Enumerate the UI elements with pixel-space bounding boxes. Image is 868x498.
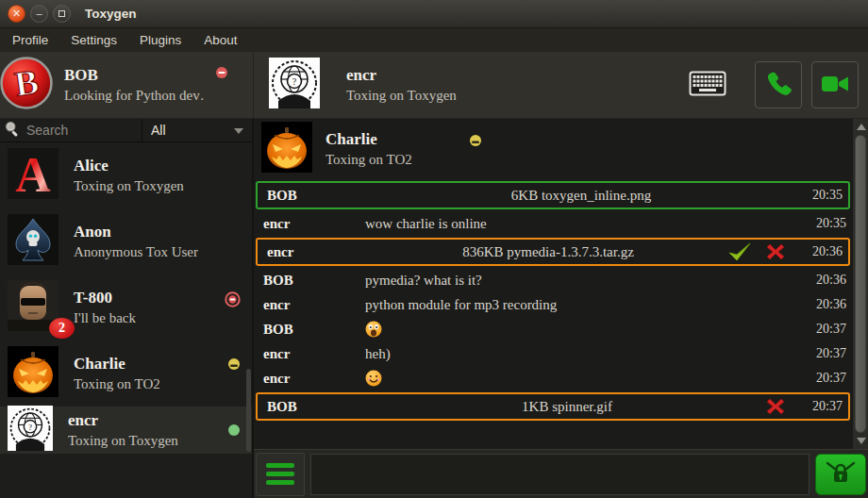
- search-input[interactable]: [25, 122, 130, 139]
- message-body: 1KB spinner.gif: [369, 399, 765, 415]
- menu-about[interactable]: About: [204, 33, 237, 47]
- busy-status-icon: [215, 66, 228, 83]
- contact-status-message: Toxing on Toxygen: [68, 433, 178, 449]
- decline-file-button[interactable]: [765, 397, 786, 416]
- screen-keyboard-button[interactable]: [689, 71, 726, 99]
- message-body: python module for mp3 recording: [365, 297, 797, 313]
- self-status-message: Looking for Python dev…: [64, 88, 206, 104]
- cross-icon: [765, 397, 786, 416]
- menu-settings[interactable]: Settings: [71, 33, 117, 47]
- close-window-icon[interactable]: ✕: [8, 5, 25, 23]
- message-sender: encr: [263, 346, 365, 362]
- chat-peer-avatar: [261, 122, 312, 176]
- search-box: [0, 119, 142, 141]
- contact-status-message: I'll be back: [74, 310, 136, 326]
- message-input[interactable]: [310, 454, 810, 495]
- away-status-icon: [469, 134, 482, 151]
- chat-menu-button[interactable]: [256, 453, 305, 496]
- chat-peer-status-message: Toxing on TO2: [326, 152, 412, 168]
- file-transfer-row[interactable]: BOB 1KB spinner.gif 20:37: [256, 392, 850, 421]
- contact-row-encr[interactable]: ? encr Toxing on Toxygen: [0, 407, 252, 454]
- contact-row-charlie[interactable]: Charlie Toxing on TO2: [0, 340, 252, 407]
- smiling-face-icon: [365, 370, 382, 387]
- message-row: BOB pymedia? what is it? 20:36: [254, 268, 852, 292]
- contact-avatar: [8, 346, 58, 401]
- chat-scrollbar-thumb[interactable]: [855, 135, 866, 433]
- decline-file-button[interactable]: [765, 242, 786, 261]
- send-message-button[interactable]: [815, 454, 866, 495]
- message-sender: encr: [263, 371, 365, 387]
- message-row: encr wow charlie is online 20:35: [254, 211, 852, 236]
- cross-icon: [765, 242, 786, 261]
- menu-plugins[interactable]: Plugins: [140, 33, 181, 47]
- scroll-up-icon[interactable]: [857, 124, 866, 130]
- accept-file-button[interactable]: [727, 241, 752, 262]
- keyboard-icon: [689, 85, 726, 99]
- video-call-button[interactable]: [811, 61, 859, 108]
- chevron-down-icon: [234, 128, 243, 134]
- file-transfer-row[interactable]: BOB 6KB toxygen_inline.png 20:35: [256, 181, 850, 209]
- window-title: Toxygen: [85, 7, 137, 21]
- minimize-window-icon[interactable]: –: [30, 5, 48, 23]
- search-icon: [4, 120, 21, 141]
- message-time: 20:36: [803, 244, 843, 259]
- contact-name: encr: [68, 411, 178, 430]
- contact-row-anon[interactable]: Anon Anonymous Tox User: [0, 208, 252, 274]
- maximize-window-icon[interactable]: [53, 5, 71, 23]
- away-status-icon: [227, 357, 241, 374]
- contact-row-t-800[interactable]: T-800 I'll be back 2: [0, 274, 252, 340]
- chat-area: Charlie Toxing on TO2 BOB 6KB toxygen_in…: [254, 119, 868, 498]
- message-row: encr python module for mp3 recording 20:…: [254, 292, 852, 317]
- message-body: wow charlie is online: [365, 216, 797, 232]
- contact-filter-dropdown[interactable]: All: [142, 119, 252, 141]
- svg-text:?: ?: [292, 76, 297, 87]
- video-camera-icon: [821, 73, 849, 98]
- message-row: encr 20:37: [254, 366, 852, 390]
- self-profile[interactable]: B BOB Looking for Python dev…: [0, 52, 254, 118]
- message-body: [365, 321, 797, 338]
- contact-row-alice[interactable]: A Alice Toxing on Toxygen: [0, 142, 252, 208]
- menu-bar: Profile Settings Plugins About: [0, 28, 868, 52]
- check-icon: [727, 241, 752, 262]
- contact-avatar: A: [8, 148, 58, 203]
- chat-peer-header[interactable]: Charlie Toxing on TO2: [254, 121, 852, 177]
- contact-name: Anon: [74, 223, 198, 241]
- message-row: encr heh) 20:37: [254, 341, 852, 366]
- online-status-icon: [227, 423, 241, 440]
- busy-status-icon: [225, 291, 241, 311]
- message-row: BOB 20:37: [254, 317, 852, 341]
- contact-avatar: [8, 214, 58, 269]
- scared-face-icon: [365, 321, 382, 338]
- contacts-sidebar: All A Alice Toxing on Toxygen Anon Anony…: [0, 119, 254, 498]
- message-time: 20:35: [803, 188, 843, 203]
- contact-status-message: Toxing on Toxygen: [74, 178, 184, 194]
- audio-call-button[interactable]: [755, 61, 802, 108]
- chat-scrollbar[interactable]: [852, 119, 868, 449]
- scroll-down-icon[interactable]: [857, 438, 866, 444]
- contact-status-message: Toxing on TO2: [74, 376, 160, 392]
- self-avatar[interactable]: B: [0, 57, 53, 113]
- menu-profile[interactable]: Profile: [12, 33, 48, 47]
- active-contact-avatar: ?: [269, 58, 320, 112]
- hamburger-menu-icon: [266, 472, 294, 476]
- message-time: 20:36: [807, 273, 846, 288]
- contact-avatar: ?: [8, 406, 53, 455]
- message-time: 20:37: [807, 322, 846, 337]
- contact-name: Alice: [74, 157, 184, 175]
- self-name: BOB: [64, 66, 206, 85]
- contact-list: A Alice Toxing on Toxygen Anon Anonymous…: [0, 142, 252, 498]
- hamburger-menu-icon: [266, 480, 294, 485]
- encrypted-send-lock-icon: [824, 459, 858, 489]
- message-time: 20:37: [807, 371, 846, 386]
- active-chat-header: ? encr Toxing on Toxygen: [254, 52, 868, 118]
- sidebar-scrollbar-thumb[interactable]: [246, 369, 251, 452]
- file-transfer-row[interactable]: encr 836KB pymedia-1.3.7.3.tar.gz 20:36: [256, 238, 850, 266]
- message-body: 836KB pymedia-1.3.7.3.tar.gz: [369, 244, 727, 260]
- title-bar: ✕ – Toxygen: [0, 0, 868, 28]
- hamburger-menu-icon: [266, 463, 294, 468]
- message-time: 20:35: [807, 216, 846, 231]
- message-sender: BOB: [263, 322, 365, 338]
- svg-text:?: ?: [28, 423, 32, 432]
- message-sender: BOB: [267, 188, 369, 204]
- top-panel: B BOB Looking for Python dev… ? encr Tox…: [0, 52, 868, 119]
